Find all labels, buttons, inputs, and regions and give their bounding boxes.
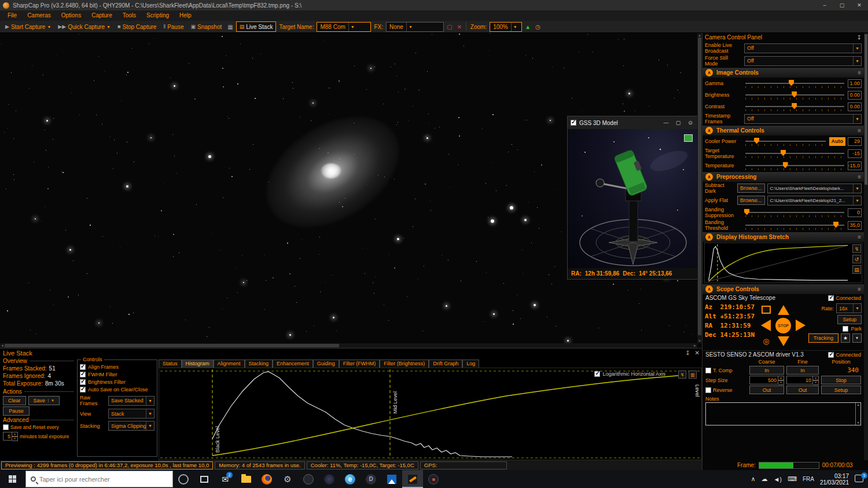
settings-app-button[interactable]: ⚙ <box>277 470 298 488</box>
minimize-button[interactable]: – <box>816 0 833 10</box>
broadcast-select[interactable]: Off▼ <box>744 43 862 53</box>
brightness-filter-checkbox[interactable] <box>80 379 86 385</box>
vertical-scrollbar[interactable]: ▲ ▼ <box>697 33 702 343</box>
temperature-slider[interactable] <box>744 161 845 171</box>
slew-stop-button[interactable]: STOP <box>775 318 791 333</box>
spin-up-icon[interactable]: ▲ <box>813 376 819 380</box>
still-mode-select[interactable]: Off▼ <box>744 56 862 66</box>
gss-3d-view[interactable] <box>568 129 698 268</box>
tab-filter-brightness[interactable]: Filter (Brightness) <box>380 359 429 368</box>
stop-capture-button[interactable]: ■ Stop Capture <box>115 21 159 32</box>
selection-region-icon[interactable]: ▢ <box>445 24 454 30</box>
edge-button[interactable]: e <box>340 470 361 488</box>
pointer-icon[interactable]: ▥ <box>689 370 697 379</box>
auto-stretch-icon[interactable]: ↯ <box>852 244 861 253</box>
temp-comp-checkbox[interactable] <box>705 368 711 373</box>
dark-path-select[interactable]: C:\Users\SharkFleet\Desktop\dark...▼ <box>767 184 862 193</box>
raw-frames-select[interactable]: Save Stacked▼ <box>108 396 155 406</box>
menu-icon[interactable]: ≡ <box>858 127 861 134</box>
collapse-icon[interactable]: ∧ <box>705 173 713 181</box>
rate-select[interactable]: 16x▼ <box>836 303 862 313</box>
menu-icon[interactable]: ≡ <box>858 174 861 180</box>
clear-region-icon[interactable]: ✕ <box>455 24 463 30</box>
notes-textarea[interactable]: ▲▼ <box>705 402 861 425</box>
zoom-select[interactable]: 100%▼ <box>490 22 522 32</box>
spin-up-icon[interactable]: ▲ <box>12 432 18 436</box>
tab-histogram[interactable]: Histogram <box>182 359 214 368</box>
stack-histogram[interactable]: Logarithmic Horizontal Axis ↯ ▥ Black Le… <box>159 368 702 460</box>
panel-scroll-thumb[interactable] <box>865 34 867 185</box>
display-histogram-stretch[interactable]: ↯ ↺ ▤ <box>704 243 862 283</box>
notes-scrollbar[interactable]: ▲▼ <box>855 403 860 425</box>
gss-maximize-icon[interactable]: ▢ <box>674 120 683 126</box>
pause-button[interactable]: ‖ Pause <box>160 21 186 32</box>
coarse-step-spinner[interactable]: 500▲▼ <box>749 376 784 384</box>
gss-title-bar[interactable]: GSS 3D Model — ▢ ⊙ <box>568 116 698 129</box>
menu-tools[interactable]: Tools <box>117 10 141 21</box>
focuser-connected-checkbox[interactable] <box>828 352 834 358</box>
menu-icon[interactable]: ≡ <box>858 234 861 240</box>
target-name-select[interactable]: M88 Com▼ <box>317 22 371 32</box>
gamma-slider[interactable] <box>744 79 845 89</box>
spin-down-icon[interactable]: ▼ <box>778 380 784 385</box>
photos-app-button[interactable] <box>381 470 402 488</box>
menu-capture[interactable]: Capture <box>86 10 117 21</box>
fine-in-button[interactable]: In <box>786 366 819 375</box>
save-reset-checkbox[interactable] <box>3 424 9 430</box>
flat-path-select[interactable]: C:\Users\SharkFleet\Desktop\21_2...▼ <box>767 196 862 206</box>
gss-3d-model-window[interactable]: GSS 3D Model — ▢ ⊙ <box>567 116 698 280</box>
log-axis-checkbox[interactable] <box>594 371 600 377</box>
tab-status[interactable]: Status <box>159 359 182 368</box>
tab-guiding[interactable]: Guiding <box>313 359 339 368</box>
cooler-auto-button[interactable]: Auto <box>829 137 846 146</box>
scope-connected-checkbox[interactable] <box>828 295 834 301</box>
banding-threshold-slider[interactable] <box>744 221 845 230</box>
save-stretch-icon[interactable]: ▤ <box>852 265 861 274</box>
auto-save-checkbox[interactable] <box>80 387 86 392</box>
gamma-value[interactable]: 1.00 <box>848 79 862 88</box>
target-temperature-value[interactable]: -15 <box>848 149 862 158</box>
slew-left-button[interactable] <box>761 320 771 331</box>
thermal-controls-header[interactable]: ∧ Thermal Controls ≡ <box>703 125 864 135</box>
black-level-label[interactable]: Black Level <box>215 426 220 453</box>
slew-down-button[interactable] <box>778 336 789 346</box>
focuser-setup-button[interactable]: Setup <box>821 386 861 394</box>
scroll-down-arrow[interactable]: ▼ <box>697 339 702 343</box>
gss-view-toggle-button[interactable] <box>684 134 693 142</box>
spin-up-icon[interactable]: ▲ <box>778 376 784 380</box>
view-select[interactable]: Stack▼ <box>108 409 155 419</box>
keyboard-icon[interactable]: ⌨ <box>788 475 797 483</box>
search-input[interactable] <box>39 476 155 483</box>
fine-out-button[interactable]: Out <box>786 386 819 394</box>
close-button[interactable]: ✕ <box>851 0 868 10</box>
flat-browse-button[interactable]: Browse... <box>737 196 765 205</box>
contrast-value[interactable]: 0.00 <box>848 102 862 111</box>
collapse-icon[interactable]: ∧ <box>705 285 713 293</box>
auto-stretch-icon[interactable]: ▲ <box>523 24 532 30</box>
volume-icon[interactable]: ◄) <box>773 476 782 483</box>
clock[interactable]: 03:17 21/03/2021 <box>820 473 849 486</box>
contrast-slider[interactable] <box>744 102 845 112</box>
maximize-button[interactable]: ▢ <box>833 0 851 10</box>
tab-log[interactable]: Log <box>462 359 479 368</box>
mid-level-label[interactable]: Mid Level <box>392 391 398 414</box>
cortana-button[interactable] <box>173 470 194 488</box>
tab-drift-graph[interactable]: Drift Graph <box>429 359 462 368</box>
menu-icon[interactable]: ≡ <box>858 286 861 292</box>
horizontal-scrollbar[interactable]: ◄ ► <box>0 343 697 348</box>
scope-setup-button[interactable]: Setup <box>837 315 862 324</box>
pause-stack-button[interactable]: Pause <box>3 406 30 416</box>
tab-alignment[interactable]: Alignment <box>214 359 245 368</box>
tray-chevron-icon[interactable]: ∧ <box>751 475 755 483</box>
focuser-stop-button[interactable]: Stop <box>821 376 861 384</box>
reverse-checkbox[interactable] <box>705 387 711 393</box>
fwhm-filter-checkbox[interactable] <box>80 372 86 377</box>
language-indicator[interactable]: FRA <box>803 476 814 482</box>
snapshot-button[interactable]: ▣ Snapshot <box>188 21 225 32</box>
collapse-icon[interactable]: ∧ <box>705 127 713 134</box>
menu-scripting[interactable]: Scripting <box>141 10 174 21</box>
scroll-left-arrow[interactable]: ◄ <box>0 343 5 348</box>
taskbar-search[interactable] <box>25 471 173 487</box>
slew-right-button[interactable] <box>796 320 806 331</box>
coarse-in-button[interactable]: In <box>749 366 784 375</box>
